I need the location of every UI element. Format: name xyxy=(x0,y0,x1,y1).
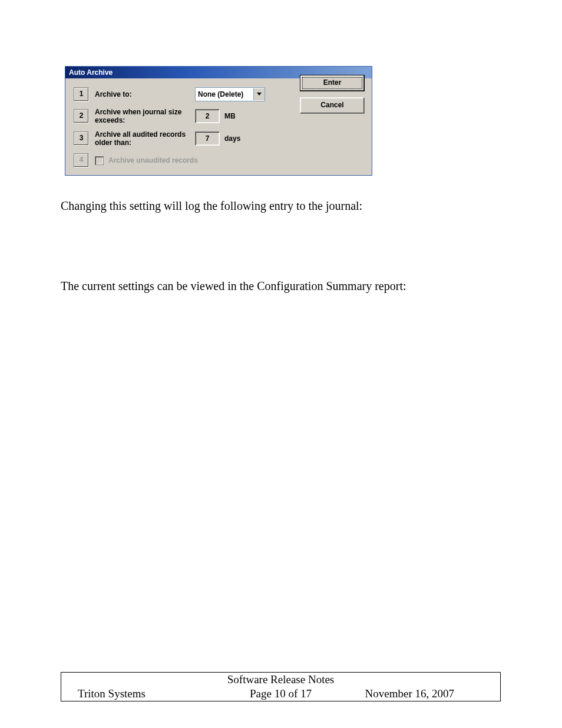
dialog-button-group: Enter Cancel xyxy=(300,75,363,120)
footer-date: November 16, 2007 xyxy=(346,687,500,701)
footer-page: Page 10 of 17 xyxy=(215,687,347,701)
page-footer: Software Release Notes Triton Systems Pa… xyxy=(61,672,501,701)
archive-to-combobox[interactable]: None (Delete) xyxy=(195,87,265,101)
unaudited-checkbox xyxy=(95,156,104,165)
option-button-3[interactable]: 3 xyxy=(74,131,89,146)
unaudited-label: Archive unaudited records xyxy=(108,156,198,164)
footer-title: Software Release Notes xyxy=(61,673,501,687)
days-unit-label: days xyxy=(224,134,240,143)
auto-archive-dialog: Auto Archive 1 Archive to: None (Delete)… xyxy=(65,66,372,176)
paragraph-2: The current settings can be viewed in th… xyxy=(61,279,406,293)
enter-button[interactable]: Enter xyxy=(300,75,365,91)
archive-to-value: None (Delete) xyxy=(196,90,253,98)
row-unaudited: 4 Archive unaudited records xyxy=(74,153,363,168)
cancel-button[interactable]: Cancel xyxy=(300,97,365,114)
archive-to-label: Archive to: xyxy=(95,90,195,98)
option-button-4: 4 xyxy=(74,153,89,167)
option-button-1[interactable]: 1 xyxy=(74,87,89,101)
days-value-input[interactable]: 7 xyxy=(195,131,220,146)
option-button-2[interactable]: 2 xyxy=(74,109,89,123)
chevron-down-icon[interactable] xyxy=(253,88,265,100)
size-value-input[interactable]: 2 xyxy=(195,109,220,123)
row-older-than: 3 Archive all audited records older than… xyxy=(74,130,363,147)
paragraph-1: Changing this setting will log the follo… xyxy=(61,199,362,213)
size-unit-label: MB xyxy=(224,112,236,120)
size-exceeds-label: Archive when journal size exceeds: xyxy=(95,108,195,124)
footer-company: Triton Systems xyxy=(61,687,215,701)
svg-marker-0 xyxy=(257,93,262,95)
older-than-label: Archive all audited records older than: xyxy=(95,130,195,147)
